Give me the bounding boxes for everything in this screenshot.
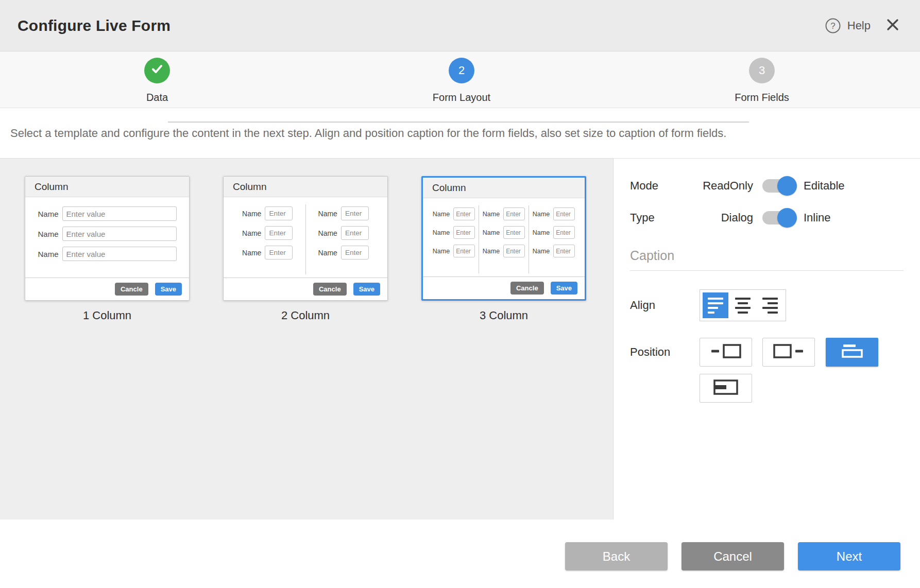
mini-field-label: Name (38, 210, 58, 218)
caption-left-icon (709, 342, 742, 362)
mini-input-preview: Enter (453, 245, 475, 257)
step-data[interactable]: Data (100, 58, 214, 103)
template-caption: 3 Column (480, 309, 528, 322)
dialog-footer: Back Cancel Next (0, 520, 920, 588)
mini-input-preview: Enter (453, 207, 475, 220)
mini-field-label: Name (38, 250, 58, 258)
step-form-layout-label: Form Layout (433, 92, 490, 103)
mini-field-label: Name (433, 211, 450, 218)
mini-input-preview: Enter (341, 226, 369, 240)
mini-input-preview: Enter (503, 245, 525, 257)
type-label: Type (630, 211, 700, 224)
mode-toggle[interactable] (762, 179, 794, 193)
mini-input-preview: Enter (553, 207, 575, 220)
mini-field-label: Name (433, 229, 450, 236)
template-preview-3-column: Column NameEnter NameEnter NameEnter Nam… (421, 176, 586, 301)
template-card-3-column[interactable]: Column NameEnter NameEnter NameEnter Nam… (421, 176, 586, 520)
mode-row: Mode ReadOnly Editable (630, 179, 904, 193)
caption-inside-icon (709, 378, 742, 398)
mini-input-preview: Enter (553, 245, 575, 257)
position-row: Position (630, 338, 904, 367)
step-form-layout[interactable]: 2 Form Layout (405, 58, 518, 103)
description-bar: Select a template and configure the cont… (0, 108, 920, 159)
position-caption-left-button[interactable] (700, 338, 752, 367)
settings-panel: Mode ReadOnly Editable Type Dialog (614, 159, 920, 520)
template-card-2-column[interactable]: Column NameEnter NameEnter NameEnter Nam… (223, 176, 388, 520)
align-left-button[interactable] (703, 292, 728, 318)
step-data-circle (144, 58, 170, 83)
template-preview-2-column: Column NameEnter NameEnter NameEnter Nam… (223, 176, 388, 301)
close-button[interactable] (885, 18, 900, 33)
mini-input-preview: Enter (341, 246, 369, 260)
mini-form-title: Column (224, 177, 387, 197)
template-caption: 1 Column (83, 309, 131, 322)
position-button-group (700, 338, 887, 367)
position-caption-top-button[interactable] (826, 338, 878, 367)
mini-field-label: Name (318, 229, 337, 237)
mini-input-preview: Enter (503, 207, 525, 220)
mini-save-button: Save (353, 283, 380, 296)
template-preview-1-column: Column NameEnter value NameEnter value N… (25, 176, 190, 301)
align-center-button[interactable] (730, 292, 756, 318)
position-row-2 (700, 374, 904, 403)
mini-input-preview: Enter (453, 226, 475, 239)
step-form-fields[interactable]: 3 Form Fields (705, 58, 819, 103)
svg-text:?: ? (830, 21, 835, 31)
step-form-fields-label: Form Fields (735, 92, 789, 103)
mini-field-label: Name (318, 210, 337, 218)
mini-field-label: Name (318, 249, 337, 257)
step-data-label: Data (146, 92, 168, 103)
caption-right-icon (772, 342, 805, 362)
stepper-connector (168, 122, 749, 123)
mini-input-preview: Enter (265, 246, 293, 260)
align-right-button[interactable] (757, 292, 783, 318)
position-caption-right-button[interactable] (762, 338, 815, 367)
align-row: Align (630, 289, 904, 321)
position-caption-inside-button[interactable] (700, 374, 752, 403)
type-inline-label: Inline (804, 211, 831, 224)
mini-save-button: Save (155, 283, 182, 296)
mini-input-preview: Enter value (62, 227, 177, 241)
mini-field-label: Name (433, 248, 450, 255)
dialog-header: Configure Live Form ? Help (0, 0, 920, 51)
template-card-1-column[interactable]: Column NameEnter value NameEnter value N… (25, 176, 190, 520)
template-gallery: Column NameEnter value NameEnter value N… (0, 159, 614, 520)
wizard-stepper: Data 2 Form Layout 3 Form Fields (0, 51, 920, 108)
step-form-fields-circle: 3 (749, 58, 775, 83)
mini-field-label: Name (242, 249, 261, 257)
mini-field-label: Name (38, 230, 58, 238)
configure-live-form-dialog: Configure Live Form ? Help (0, 0, 920, 588)
mini-save-button: Save (551, 282, 577, 295)
mini-field-label: Name (483, 211, 500, 218)
back-button[interactable]: Back (565, 542, 668, 570)
mini-field-label: Name (242, 229, 261, 237)
mini-input-preview: Enter (341, 206, 369, 220)
caption-divider (630, 270, 904, 271)
mini-field-label: Name (533, 229, 550, 236)
cancel-button[interactable]: Cancel (682, 542, 784, 570)
page-title: Configure Live Form (18, 17, 171, 34)
help-button[interactable]: ? Help (825, 18, 871, 34)
mode-readonly-label: ReadOnly (700, 179, 753, 193)
mini-form-title: Column (25, 177, 189, 197)
close-icon (886, 18, 899, 33)
mini-cancel-button: Cancle (115, 283, 148, 296)
template-caption: 2 Column (281, 309, 330, 322)
caption-top-icon (836, 342, 868, 362)
mode-editable-label: Editable (804, 179, 845, 193)
mini-cancel-button: Cancle (313, 283, 347, 296)
mini-field-label: Name (242, 210, 261, 218)
help-label: Help (847, 19, 871, 32)
type-dialog-label: Dialog (700, 211, 753, 224)
mini-input-preview: Enter value (62, 206, 177, 221)
mini-input-preview: Enter (265, 226, 293, 240)
step-form-layout-circle: 2 (449, 58, 474, 83)
check-icon (150, 62, 164, 79)
align-button-group (700, 289, 786, 321)
mini-field-label: Name (533, 248, 550, 255)
next-button[interactable]: Next (798, 542, 900, 570)
question-circle-icon: ? (825, 18, 841, 34)
position-label: Position (630, 345, 700, 359)
type-toggle[interactable] (762, 211, 794, 224)
align-label: Align (630, 299, 700, 312)
